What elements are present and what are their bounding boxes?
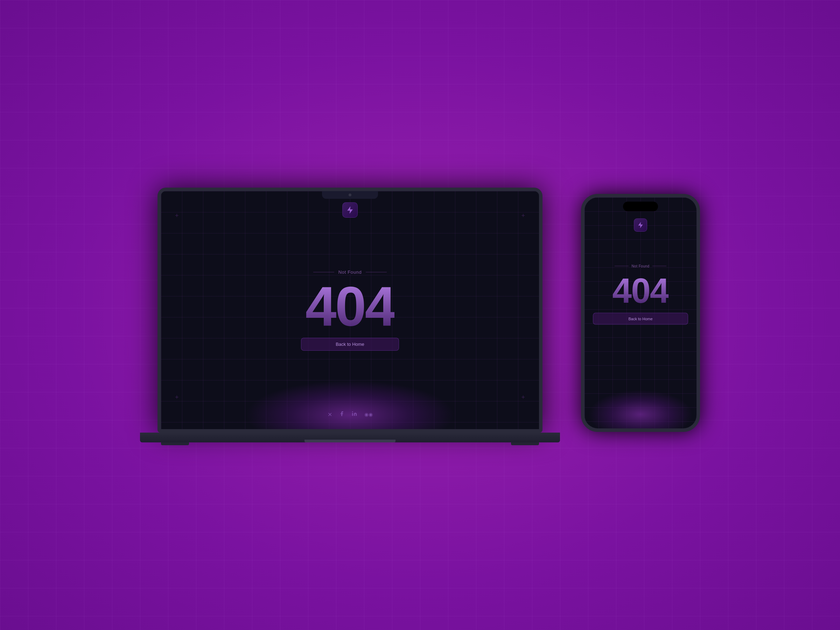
corner-mark-tl: + <box>175 212 179 219</box>
phone-logo-icon <box>634 218 647 232</box>
laptop-main-content: Not Found 404 Back to Home <box>199 270 501 351</box>
laptop-foot-left <box>161 442 189 445</box>
phone-screen-content: Not Found 404 Back to Home <box>584 197 696 428</box>
facebook-icon[interactable] <box>339 411 345 418</box>
laptop-base <box>140 433 560 442</box>
laptop-screen-outer: + + + + Not Found 404 Back to Home ✕ <box>158 188 543 433</box>
x-icon[interactable]: ✕ <box>328 411 332 418</box>
laptop-foot-right <box>511 442 539 445</box>
scene: + + + + Not Found 404 Back to Home ✕ <box>140 188 700 442</box>
laptop-social-icons: ✕ ◉◉ <box>328 411 373 418</box>
phone-main-content: Not Found 404 Back to Home <box>593 264 688 325</box>
laptop-mockup: + + + + Not Found 404 Back to Home ✕ <box>140 188 560 442</box>
laptop-logo-icon <box>342 202 358 218</box>
laptop-screen-content: + + + + Not Found 404 Back to Home ✕ <box>161 191 539 429</box>
corner-mark-tr: + <box>521 212 525 219</box>
phone-back-button[interactable]: Back to Home <box>593 313 688 325</box>
svg-point-0 <box>352 411 353 412</box>
medium-icon[interactable]: ◉◉ <box>364 412 373 417</box>
laptop-error-code: 404 <box>306 278 395 334</box>
laptop-back-button[interactable]: Back to Home <box>301 338 399 351</box>
laptop-not-found-label: Not Found <box>313 270 387 275</box>
linkedin-icon[interactable] <box>352 411 357 418</box>
phone-mockup: Not Found 404 Back to Home <box>581 194 700 432</box>
corner-mark-br: + <box>521 394 525 401</box>
phone-not-found-label: Not Found <box>614 264 666 268</box>
corner-mark-bl: + <box>175 394 179 401</box>
phone-outer: Not Found 404 Back to Home <box>581 194 700 432</box>
phone-error-code: 404 <box>613 273 669 308</box>
